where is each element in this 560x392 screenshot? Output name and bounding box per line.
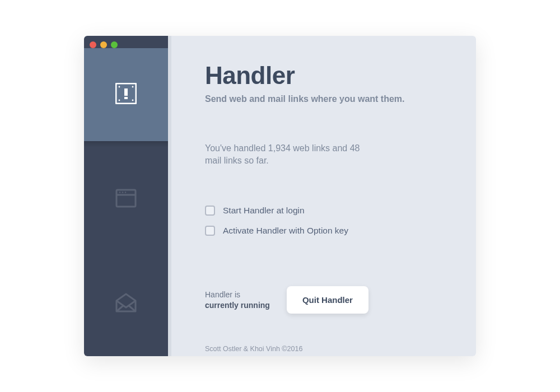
svg-line-13 xyxy=(116,305,124,311)
status-row: Handler is currently running Quit Handle… xyxy=(205,286,442,314)
option-activate-option-key[interactable]: Activate Handler with Option key xyxy=(205,226,442,236)
status-prefix: Handler is xyxy=(205,290,240,299)
window-controls xyxy=(84,36,168,48)
sidebar-item-web[interactable] xyxy=(84,147,168,251)
zoom-window-button[interactable] xyxy=(111,41,118,48)
svg-point-2 xyxy=(132,86,134,88)
sidebar-item-general[interactable] xyxy=(84,48,168,141)
mail-icon xyxy=(115,293,137,315)
svg-point-9 xyxy=(119,192,121,194)
app-window: Handler Send web and mail links where yo… xyxy=(84,36,476,356)
option-start-at-login[interactable]: Start Handler at login xyxy=(205,206,442,216)
sidebar xyxy=(84,36,168,356)
option-label: Activate Handler with Option key xyxy=(223,226,348,236)
svg-rect-5 xyxy=(124,88,128,96)
checkbox-activate-option-key[interactable] xyxy=(205,226,215,236)
app-subtitle: Send web and mail links where you want t… xyxy=(205,94,442,104)
general-panel: Handler Send web and mail links where yo… xyxy=(171,36,476,356)
content-area: Handler Send web and mail links where yo… xyxy=(168,36,476,356)
app-icon xyxy=(115,83,137,106)
svg-point-10 xyxy=(122,192,124,194)
credits-text: Scott Ostler & Khoi Vinh ©2016 xyxy=(205,345,442,353)
window-icon xyxy=(115,188,137,211)
checkbox-start-at-login[interactable] xyxy=(205,206,215,216)
svg-rect-6 xyxy=(124,97,128,99)
stats-text: You've handled 1,934 web links and 48 ma… xyxy=(205,142,362,166)
status-state: currently running xyxy=(205,301,270,310)
svg-point-11 xyxy=(125,192,127,194)
options-group: Start Handler at login Activate Handler … xyxy=(205,206,442,246)
minimize-window-button[interactable] xyxy=(100,41,107,48)
svg-point-3 xyxy=(119,100,120,101)
svg-point-1 xyxy=(119,86,120,88)
sidebar-item-mail[interactable] xyxy=(84,252,168,356)
option-label: Start Handler at login xyxy=(223,206,305,216)
close-window-button[interactable] xyxy=(90,41,96,48)
svg-line-14 xyxy=(128,305,136,311)
app-title: Handler xyxy=(205,62,442,90)
status-text: Handler is currently running xyxy=(205,290,270,311)
svg-point-4 xyxy=(132,100,134,101)
quit-button[interactable]: Quit Handler xyxy=(287,286,368,314)
